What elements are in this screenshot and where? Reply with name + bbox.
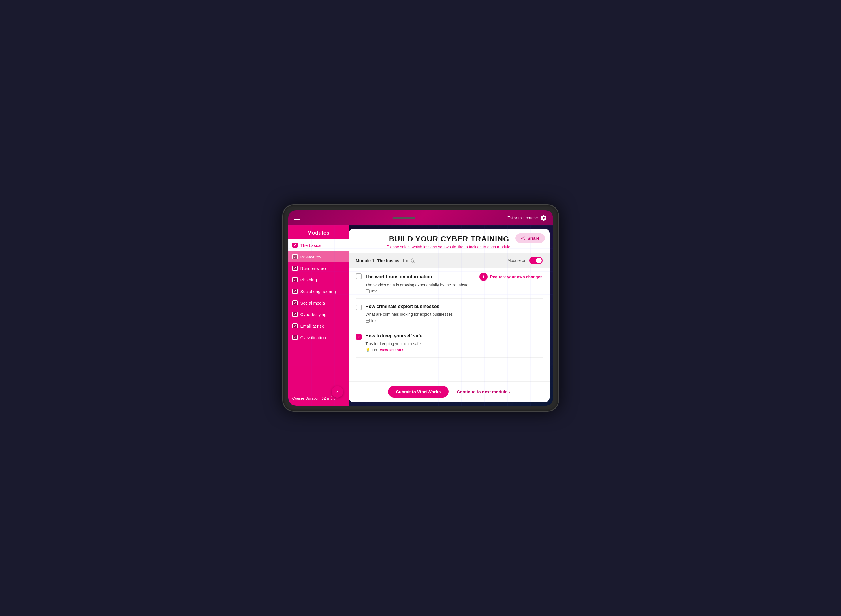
- tailor-course-label: Tailor this course: [507, 216, 538, 220]
- sidebar-checkbox-email-at-risk[interactable]: [293, 323, 297, 329]
- sidebar-label-passwords: Passwords: [300, 254, 322, 259]
- sidebar-checkbox-classification[interactable]: [293, 335, 297, 340]
- content-panel: Share BUILD YOUR CYBER TRAINING Please s…: [349, 229, 550, 402]
- lesson-meta-type-criminals: Info: [371, 318, 378, 323]
- back-button[interactable]: ‹: [332, 386, 343, 397]
- sidebar-checkbox-social-media[interactable]: [293, 300, 297, 305]
- sidebar-item-social-engineering[interactable]: Social engineering: [288, 286, 349, 297]
- sidebar-label-social-media: Social media: [300, 301, 325, 305]
- lesson-desc-criminals: What are criminals looking for exploit b…: [366, 312, 543, 317]
- sidebar-label-cyberbullying: Cyberbullying: [300, 312, 326, 317]
- lesson-checkbox-world-info[interactable]: [356, 273, 362, 279]
- hamburger-menu-icon[interactable]: [294, 216, 300, 220]
- lesson-title-criminals: How criminals exploit businesses: [366, 304, 440, 309]
- lesson-title-area-world-info: The world runs on information + Request …: [366, 273, 543, 281]
- sidebar-checkbox-ransomware[interactable]: [293, 265, 297, 271]
- header-notch: [393, 217, 415, 219]
- module-info-icon[interactable]: i: [411, 258, 416, 263]
- lesson-meta-criminals: Info: [366, 318, 543, 323]
- module-bar-right: Module on: [507, 257, 542, 264]
- lessons-area: The world runs on information + Request …: [349, 268, 550, 381]
- sidebar-label-phishing: Phishing: [300, 277, 317, 282]
- plus-icon: +: [479, 273, 488, 281]
- module-toggle[interactable]: [529, 257, 543, 264]
- submit-button[interactable]: Submit to VinciWorks: [388, 386, 448, 397]
- lesson-desc-world-info: The world's data is growing exponentiall…: [366, 283, 543, 287]
- lesson-header-world-info: The world runs on information + Request …: [356, 273, 543, 281]
- header-bar: Tailor this course: [288, 210, 553, 225]
- lesson-header-criminals: How criminals exploit businesses: [356, 304, 543, 310]
- lesson-checkbox-criminals[interactable]: [356, 305, 362, 310]
- lesson-title-area-keep-safe: How to keep yourself safe: [366, 333, 543, 339]
- sidebar-item-cyberbullying[interactable]: Cyberbullying: [288, 309, 349, 320]
- sidebar-item-the-basics[interactable]: The basics: [288, 239, 349, 251]
- view-lesson-link[interactable]: View lesson ›: [380, 348, 403, 352]
- doc-icon-criminals: [366, 319, 370, 323]
- doc-icon-world-info: [366, 289, 370, 293]
- share-button-label: Share: [528, 236, 540, 241]
- sidebar-title: Modules: [288, 225, 349, 239]
- sidebar-label-social-engineering: Social engineering: [300, 289, 336, 294]
- lesson-title-keep-safe: How to keep yourself safe: [366, 333, 422, 339]
- sidebar-checkbox-phishing[interactable]: [293, 277, 297, 282]
- lesson-item-criminals: How criminals exploit businesses What ar…: [356, 299, 543, 328]
- continue-button[interactable]: Continue to next module ›: [457, 389, 510, 394]
- lesson-item-world-info: The world runs on information + Request …: [356, 268, 543, 299]
- lesson-title-world-info: The world runs on information: [366, 274, 432, 280]
- header-right-area: Tailor this course: [507, 215, 547, 221]
- sidebar-item-ransomware[interactable]: Ransomware: [288, 263, 349, 274]
- lesson-item-keep-safe: How to keep yourself safe Tips for keepi…: [356, 328, 543, 358]
- share-icon: [521, 236, 525, 241]
- request-changes-button[interactable]: + Request your own changes: [479, 273, 542, 281]
- lesson-meta-type-keep-safe: Tip: [372, 348, 377, 352]
- sidebar-label-the-basics: The basics: [300, 243, 322, 248]
- lesson-meta-keep-safe: 💡 Tip View lesson ›: [366, 348, 543, 352]
- module-duration: 1m: [402, 258, 408, 263]
- main-title: BUILD YOUR CYBER TRAINING: [389, 235, 509, 243]
- sidebar-label-email-at-risk: Email at risk: [300, 324, 324, 329]
- sidebar-checkbox-the-basics[interactable]: [293, 243, 297, 248]
- lesson-meta-world-info: Info: [366, 289, 543, 293]
- sidebar-checkbox-social-engineering[interactable]: [293, 289, 297, 294]
- module-bar-left: Module 1: The basics 1m i: [356, 258, 417, 263]
- sidebar-item-classification[interactable]: Classification: [288, 331, 349, 343]
- course-duration-label: Course Duration: 62m: [293, 396, 329, 400]
- gear-icon[interactable]: [541, 215, 547, 221]
- share-button[interactable]: Share: [516, 233, 545, 243]
- sidebar-checkbox-passwords[interactable]: [293, 254, 297, 259]
- sidebar-checkbox-cyberbullying[interactable]: [293, 312, 297, 317]
- bulb-icon-keep-safe: 💡: [366, 348, 370, 352]
- main-subtitle: Please select which lessons you would li…: [387, 245, 512, 249]
- sidebar-item-phishing[interactable]: Phishing: [288, 274, 349, 286]
- content-footer: Submit to VinciWorks Continue to next mo…: [349, 381, 550, 402]
- sidebar-item-email-at-risk[interactable]: Email at risk: [288, 320, 349, 331]
- sidebar-label-classification: Classification: [300, 335, 326, 340]
- sidebar-label-ransomware: Ransomware: [300, 266, 326, 271]
- request-changes-label: Request your own changes: [490, 274, 542, 279]
- sidebar-item-social-media[interactable]: Social media: [288, 297, 349, 309]
- module-bar: Module 1: The basics 1m i Module on: [349, 253, 550, 268]
- main-area: Modules The basics Passwords Ransomware: [288, 225, 553, 406]
- lesson-meta-type-world-info: Info: [371, 289, 378, 293]
- lesson-desc-keep-safe: Tips for keeping your data safe: [366, 342, 543, 346]
- lesson-title-area-criminals: How criminals exploit businesses: [366, 304, 543, 309]
- content-header: Share BUILD YOUR CYBER TRAINING Please s…: [349, 229, 550, 253]
- module-on-label: Module on: [507, 258, 526, 263]
- lesson-checkbox-keep-safe[interactable]: [356, 334, 362, 340]
- sidebar: Modules The basics Passwords Ransomware: [288, 225, 349, 406]
- lesson-header-keep-safe: How to keep yourself safe: [356, 333, 543, 340]
- module-title: Module 1: The basics: [356, 258, 400, 263]
- sidebar-item-passwords[interactable]: Passwords: [288, 251, 349, 263]
